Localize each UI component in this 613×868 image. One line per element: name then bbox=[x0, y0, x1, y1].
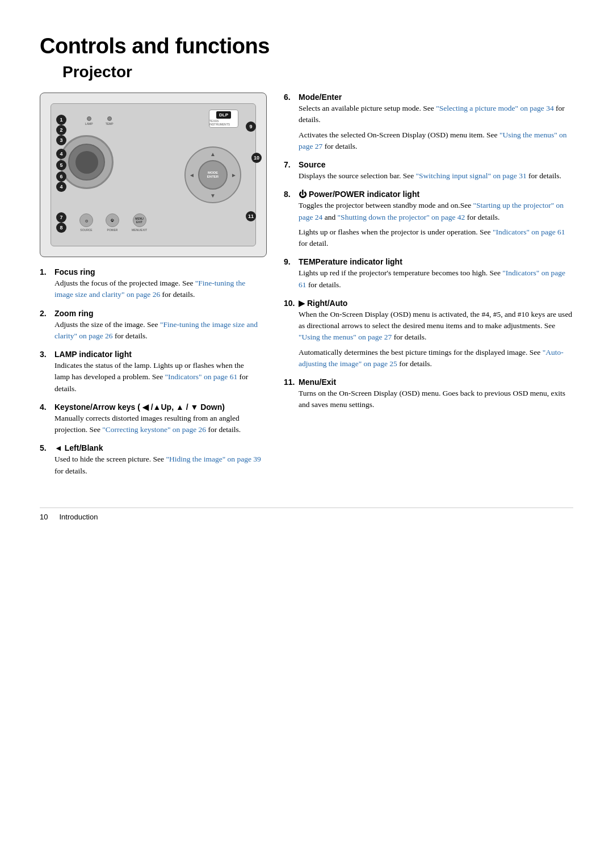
link-ref[interactable]: "Auto-adjusting the image" on page 25 bbox=[299, 348, 564, 368]
link-ref[interactable]: "Correcting keystone" on page 26 bbox=[102, 425, 206, 434]
left-column: DLP TEXAS INSTRUMENTS LAMP TEMP bbox=[40, 93, 261, 485]
link-ref[interactable]: "Hiding the image" on page 39 bbox=[166, 455, 261, 463]
items-list-left: 1. Focus ring Adjusts the focus of the p… bbox=[40, 267, 261, 477]
list-item: 9. TEMPerature indicator light Lights up… bbox=[284, 257, 573, 291]
right-column: 6. Mode/Enter Selects an available pictu… bbox=[284, 93, 573, 485]
badge-9: 9 bbox=[246, 121, 256, 132]
list-item: 7. Source Displays the source selection … bbox=[284, 160, 573, 182]
footer-section-label: Introduction bbox=[59, 513, 98, 521]
item-number: 8. bbox=[284, 190, 295, 199]
badge-5: 5 bbox=[56, 160, 66, 170]
badge-4b: 4 bbox=[56, 182, 66, 192]
badge-2: 2 bbox=[56, 125, 66, 135]
item-number: 7. bbox=[284, 160, 295, 169]
list-item: 10. ▶ Right/Auto When the On-Screen Disp… bbox=[284, 299, 573, 370]
badge-7: 7 bbox=[56, 212, 66, 223]
link-ref[interactable]: "Fine-tuning the image size and clarity"… bbox=[54, 320, 258, 340]
link-ref[interactable]: "Indicators" on page 61 bbox=[493, 228, 565, 236]
item-body: Lights up red if the projector's tempera… bbox=[299, 267, 573, 291]
link-ref[interactable]: "Switching input signal" on page 31 bbox=[416, 171, 527, 180]
item-body: Selects an available picture setup mode.… bbox=[299, 103, 573, 152]
badge-11: 11 bbox=[246, 211, 256, 221]
list-item: 1. Focus ring Adjusts the focus of the p… bbox=[40, 267, 261, 301]
item-title: Mode/Enter bbox=[299, 93, 342, 102]
footer-page-number: 10 bbox=[40, 513, 48, 521]
link-ref[interactable]: "Selecting a picture mode" on page 34 bbox=[436, 104, 553, 112]
item-number: 9. bbox=[284, 257, 295, 266]
badge-3: 3 bbox=[56, 135, 66, 145]
badge-6: 6 bbox=[56, 171, 66, 182]
item-number: 3. bbox=[40, 350, 51, 359]
list-item: 5. ◄ Left/Blank Used to hide the screen … bbox=[40, 443, 261, 477]
items-list-right: 6. Mode/Enter Selects an available pictu… bbox=[284, 93, 573, 411]
item-number: 5. bbox=[40, 443, 51, 452]
link-ref[interactable]: "Using the menus" on page 27 bbox=[299, 131, 567, 150]
list-item: 6. Mode/Enter Selects an available pictu… bbox=[284, 93, 573, 152]
list-item: 4. Keystone/Arrow keys ( ◀ /▲Up, ▲ / ▼ D… bbox=[40, 402, 261, 436]
item-body: Used to hide the screen picture. See "Hi… bbox=[54, 454, 261, 477]
footer-bar: 10 Introduction bbox=[40, 508, 573, 521]
item-body: Turns on the On-Screen Display (OSD) men… bbox=[299, 388, 573, 411]
list-item: 2. Zoom ring Adjusts the size of the ima… bbox=[40, 309, 261, 342]
item-body: Indicates the status of the lamp. Lights… bbox=[54, 360, 261, 395]
link-ref[interactable]: "Shutting down the projector" on page 42 bbox=[338, 213, 465, 221]
item-title: Zoom ring bbox=[54, 309, 93, 318]
section-subtitle: Projector bbox=[62, 63, 573, 81]
badge-8: 8 bbox=[56, 223, 66, 233]
item-title: Menu/Exit bbox=[299, 378, 336, 387]
item-body: Displays the source selection bar. See "… bbox=[299, 170, 573, 182]
item-body: Adjusts the size of the image. See "Fine… bbox=[54, 319, 261, 342]
item-title: LAMP indicator light bbox=[54, 350, 132, 359]
list-item: 11. Menu/Exit Turns on the On-Screen Dis… bbox=[284, 378, 573, 411]
link-ref[interactable]: "Indicators" on page 61 bbox=[165, 372, 238, 381]
projector-diagram: DLP TEXAS INSTRUMENTS LAMP TEMP bbox=[40, 93, 267, 257]
item-body: Toggles the projector between standby mo… bbox=[299, 200, 573, 249]
item-number: 10. bbox=[284, 299, 295, 308]
link-ref[interactable]: "Indicators" on page 61 bbox=[299, 269, 565, 288]
item-body: When the On-Screen Display (OSD) menu is… bbox=[299, 309, 573, 370]
item-number: 4. bbox=[40, 402, 51, 412]
link-ref[interactable]: "Using the menus" on page 27 bbox=[299, 333, 392, 341]
badge-1: 1 bbox=[56, 115, 66, 125]
item-body: Adjusts the focus of the projected image… bbox=[54, 278, 261, 301]
page-title: Controls and functions bbox=[40, 34, 573, 58]
item-number: 11. bbox=[284, 378, 295, 387]
badge-4: 4 bbox=[56, 149, 66, 159]
item-title: TEMPerature indicator light bbox=[299, 257, 402, 266]
list-item: 3. LAMP indicator light Indicates the st… bbox=[40, 350, 261, 395]
badge-10: 10 bbox=[251, 153, 262, 163]
item-title: ⏻ Power/POWER indicator light bbox=[299, 190, 419, 199]
item-title: Focus ring bbox=[54, 267, 95, 276]
item-number: 6. bbox=[284, 93, 295, 102]
item-body: Manually corrects distorted images resul… bbox=[54, 413, 261, 436]
item-title: ◄ Left/Blank bbox=[54, 443, 103, 452]
item-number: 1. bbox=[40, 267, 51, 276]
link-ref[interactable]: "Fine-tuning the image size and clarity"… bbox=[54, 279, 245, 299]
item-title: Source bbox=[299, 160, 325, 169]
item-title: Keystone/Arrow keys ( ◀ /▲Up, ▲ / ▼ Down… bbox=[54, 402, 225, 412]
item-title: ▶ Right/Auto bbox=[299, 299, 347, 308]
list-item: 8. ⏻ Power/POWER indicator light Toggles… bbox=[284, 190, 573, 249]
item-number: 2. bbox=[40, 309, 51, 318]
